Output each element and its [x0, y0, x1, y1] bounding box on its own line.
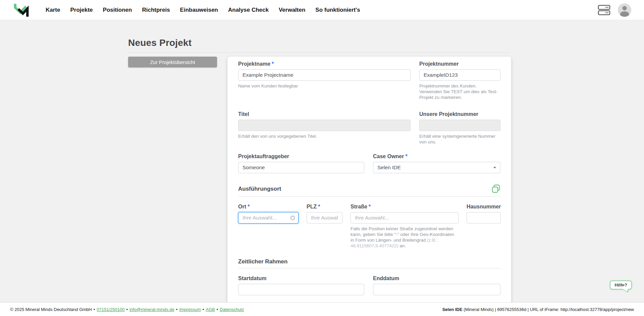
required-asterisk: * [369, 204, 371, 209]
nav-item-einbauweisen[interactable]: Einbauweisen [180, 5, 218, 15]
titel-helper: Erhält den von uns vorgegebenen Titel. [238, 133, 411, 139]
email-link[interactable]: info@mineral-minds.de [129, 307, 174, 312]
nav-item-verwalten[interactable]: Verwalten [279, 5, 305, 15]
page-title: Neues Projekt [128, 38, 510, 48]
projektname-label: Projektname* [238, 61, 411, 67]
projektnummer-input[interactable] [419, 69, 500, 81]
ort-label: Ort* [238, 204, 299, 210]
field-projektnummer: Projektnummer Projektnummer des Kunden. … [419, 61, 500, 100]
nav-item-positionen[interactable]: Positionen [103, 5, 132, 15]
unsere-projektnummer-helper: Erhält eine systemgenerierte Nummer von … [419, 133, 500, 145]
required-asterisk: * [248, 204, 250, 209]
unsere-projektnummer-label: Unsere Projektnummer [419, 111, 500, 117]
section-divider [238, 268, 500, 268]
case-owner-label: Case Owner* [373, 153, 500, 160]
enddatum-label: Enddatum [373, 275, 500, 281]
nav-item-projekte[interactable]: Projekte [70, 5, 93, 15]
field-hausnummer: Hausnummer [467, 204, 501, 249]
environment-info: Selen IDE (Mineral Minds) | 69576255536d… [442, 307, 634, 312]
footer: © 2025 Mineral Minds Deutschland GmbH•07… [0, 302, 644, 316]
plz-label: PLZ* [307, 204, 342, 210]
startdatum-label: Startdatum [238, 275, 364, 281]
strasse-input[interactable] [351, 212, 459, 224]
unsere-projektnummer-input [419, 120, 500, 131]
datenschutz-link[interactable]: Datenschutz [220, 307, 244, 312]
main-navigation: Karte Projekte Positionen Richtpreis Ein… [46, 5, 360, 15]
impressum-link[interactable]: Impressum [179, 307, 201, 312]
nav-item-richtpreis[interactable]: Richtpreis [142, 5, 170, 15]
copyright-text: © 2025 Mineral Minds Deutschland GmbH [10, 307, 92, 312]
field-projektname: Projektname* Name vom Kunden festlegbar [238, 61, 411, 100]
field-plz: PLZ* [307, 204, 342, 249]
enddatum-input[interactable] [373, 284, 500, 295]
footer-left: © 2025 Mineral Minds Deutschland GmbH•07… [10, 307, 244, 312]
projektnummer-label: Projektnummer [419, 61, 500, 67]
nav-item-karte[interactable]: Karte [46, 5, 60, 15]
hausnummer-input[interactable] [467, 212, 501, 224]
field-enddatum: Enddatum [373, 275, 500, 295]
top-navbar: Karte Projekte Positionen Richtpreis Ein… [0, 0, 644, 20]
field-titel: Titel Erhält den von uns vorgegebenen Ti… [238, 111, 411, 145]
plz-input[interactable] [307, 212, 342, 224]
projektnummer-helper: Projektnummer des Kunden. Verwenden Sie … [419, 83, 500, 100]
chevron-down-icon [493, 167, 496, 169]
main-area: Neues Projekt Zur Projektübersicht Proje… [0, 20, 644, 302]
section-title-zeitlicher-rahmen: Zeitlicher Rahmen [238, 258, 287, 265]
agb-link[interactable]: AGB [206, 307, 215, 312]
projektname-helper: Name vom Kunden festlegbar [238, 83, 411, 89]
nav-item-so-funktionierts[interactable]: So funktioniert's [315, 5, 360, 15]
required-asterisk: * [318, 204, 320, 209]
project-overview-button[interactable]: Zur Projektübersicht [128, 57, 217, 67]
hausnummer-label: Hausnummer [467, 204, 501, 210]
projektauftraggeber-input[interactable] [238, 162, 364, 173]
titel-input [238, 120, 411, 131]
server-rack-icon[interactable] [598, 4, 610, 16]
loading-spinner-icon [290, 216, 295, 220]
field-unsere-projektnummer: Unsere Projektnummer Erhält eine systemg… [419, 111, 500, 145]
projektauftraggeber-label: Projektauftraggeber [238, 153, 364, 160]
startdatum-input[interactable] [238, 284, 364, 295]
field-strasse: Straße* Falls die Position keiner Straße… [351, 204, 459, 249]
field-projektauftraggeber: Projektauftraggeber [238, 153, 364, 173]
title-divider [128, 52, 510, 53]
nav-item-analyse-check[interactable]: Analyse Check [228, 5, 269, 15]
user-avatar-icon[interactable] [618, 3, 631, 17]
strasse-label: Straße* [351, 204, 459, 210]
field-case-owner: Case Owner* Selen IDE [373, 153, 500, 173]
new-project-form-card: Projektname* Name vom Kunden festlegbar … [227, 57, 511, 302]
ort-input[interactable] [238, 212, 299, 224]
phone-link[interactable]: 07151/250100 [97, 307, 124, 312]
field-ort: Ort* [238, 204, 299, 249]
projektname-input[interactable] [238, 69, 411, 81]
required-asterisk: * [405, 153, 407, 159]
field-startdatum: Startdatum [238, 275, 364, 295]
brand-logo[interactable] [13, 2, 30, 18]
case-owner-selected-value: Selen IDE [377, 165, 401, 171]
strasse-helper: Falls die Position keiner Straße zugeord… [351, 226, 459, 249]
required-asterisk: * [272, 61, 274, 67]
help-button[interactable]: Hilfe? [610, 280, 632, 290]
titel-label: Titel [238, 111, 411, 117]
case-owner-select[interactable]: Selen IDE [373, 162, 500, 173]
section-divider [238, 196, 500, 197]
copy-icon[interactable] [491, 184, 500, 193]
section-title-ausfuehrungsort: Ausführungsort [238, 186, 281, 192]
